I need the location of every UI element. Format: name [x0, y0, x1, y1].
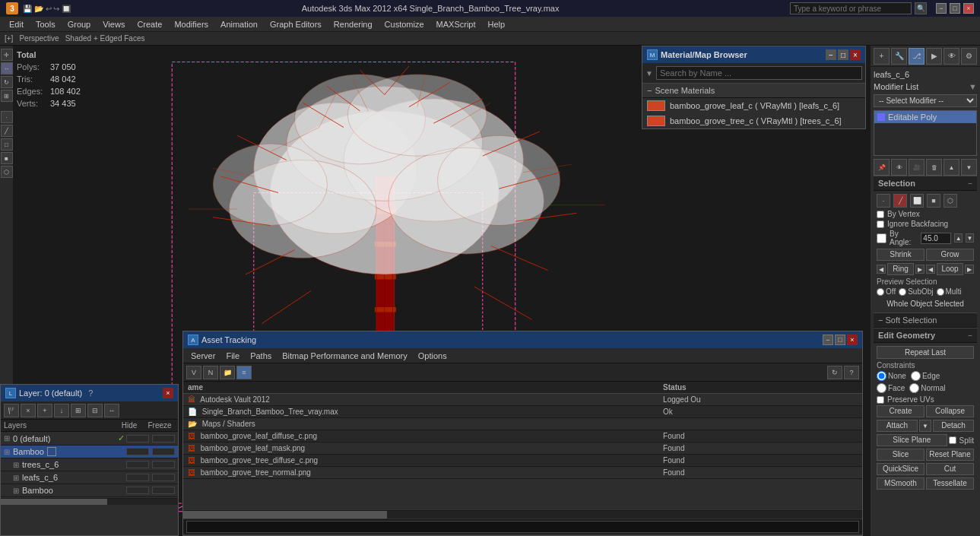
edge-subobj-btn[interactable]: ╱	[1, 125, 13, 137]
lp-question-btn[interactable]: ?	[88, 389, 93, 398]
quickslice-btn[interactable]: QuickSlice	[877, 463, 924, 475]
at-table[interactable]: ame Status 🏛 Autodesk Vault 2012 Logged …	[183, 382, 862, 509]
shrink-btn[interactable]: Shrink	[877, 249, 924, 261]
nav-label[interactable]: [+]	[5, 34, 13, 43]
modifier-dropdown[interactable]: -- Select Modifier --	[874, 94, 977, 107]
ring-prev-btn[interactable]: ◀	[877, 265, 886, 274]
maximize-button[interactable]: □	[950, 3, 960, 14]
at-tool-vault[interactable]: V	[186, 366, 201, 379]
lp-tool-6[interactable]: ↔	[104, 404, 119, 417]
lp-sb-thumb[interactable]	[1, 499, 107, 505]
rp-modify-btn[interactable]: 🔧	[891, 48, 907, 65]
material-item-1[interactable]: bamboo_grove_tree_c ( VRayMtl ) [trees_c…	[642, 113, 865, 128]
msmooth-btn[interactable]: MSmooth	[877, 477, 924, 490]
at-search-input[interactable]	[186, 521, 859, 533]
by-angle-checkbox[interactable]	[877, 233, 886, 243]
menu-item-customize[interactable]: Customize	[379, 17, 430, 32]
menu-item-group[interactable]: Group	[62, 17, 97, 32]
border-btn[interactable]: ⬜	[910, 194, 924, 208]
angle-down-btn[interactable]: ▼	[966, 233, 974, 243]
move-tool-btn[interactable]: ↔	[1, 62, 13, 75]
loop-btn[interactable]: Loop	[937, 263, 963, 275]
rp-create-btn[interactable]: +	[874, 48, 890, 65]
ignore-backfacing-checkbox[interactable]	[877, 220, 884, 228]
menu-item-help[interactable]: Help	[482, 17, 512, 32]
lp-tool-add[interactable]: +	[37, 404, 52, 417]
mod-stack-btn[interactable]: 👁	[891, 159, 907, 176]
by-vertex-checkbox[interactable]	[877, 211, 884, 218]
at-menu-bitmap[interactable]: Bitmap Performance and Memory	[278, 348, 411, 363]
vertex-btn[interactable]: ·	[877, 194, 890, 208]
mode-label[interactable]: Shaded + Edged Faces	[65, 34, 145, 43]
layer-hide-3[interactable]	[126, 474, 149, 481]
at-row-4[interactable]: 🖼 bamboo_grove_leaf_mask.png Found	[183, 442, 862, 455]
at-tool-new[interactable]: N	[203, 366, 218, 379]
layer-item-3[interactable]: ⊞ leafs_c_6	[1, 471, 178, 484]
lp-tool-2[interactable]: ×	[21, 404, 36, 417]
face-constraint-radio[interactable]	[877, 383, 886, 393]
at-scrollbar-thumb[interactable]	[183, 511, 387, 519]
layer-item-0[interactable]: ⊞ 0 (default) ✓	[1, 432, 178, 446]
reset-plane-btn[interactable]: Reset Plane	[926, 449, 974, 461]
mat-minimize-btn[interactable]: −	[826, 49, 836, 60]
tessellate-btn[interactable]: Tessellate	[926, 477, 974, 490]
minimize-button[interactable]: −	[936, 3, 947, 14]
search-input[interactable]	[790, 2, 912, 14]
edit-geometry-header[interactable]: Edit Geometry −	[874, 328, 977, 343]
split-checkbox[interactable]	[949, 436, 956, 444]
element-btn[interactable]: ⬡	[944, 194, 957, 208]
menu-item-modifiers[interactable]: Modifiers	[168, 17, 214, 32]
mat-close-btn[interactable]: ×	[850, 49, 861, 60]
loop-next-btn[interactable]: ▶	[965, 265, 974, 274]
rp-hierarchy-btn[interactable]: ⎇	[909, 48, 924, 65]
editable-poly-item[interactable]: Editable Poly	[874, 111, 976, 123]
at-row-1[interactable]: 📄 Single_Branch_Bamboo_Tree_vray.max Ok	[183, 406, 862, 418]
mod-move-down-btn[interactable]: ▼	[961, 159, 977, 176]
at-tool-refresh[interactable]: ↻	[827, 366, 842, 379]
selection-section-header[interactable]: Selection −	[874, 176, 977, 191]
layer-item-1[interactable]: ⊞ Bamboo	[1, 446, 178, 458]
soft-selection-header[interactable]: − Soft Selection	[874, 312, 977, 328]
grow-btn[interactable]: Grow	[926, 249, 974, 261]
at-tool-open[interactable]: 📁	[220, 366, 235, 379]
at-tool-help[interactable]: ?	[844, 366, 859, 379]
layer-hide-0[interactable]	[126, 435, 149, 442]
rotate-tool-btn[interactable]: ↻	[1, 76, 13, 88]
poly-btn[interactable]: ■	[927, 194, 940, 208]
menu-item-graph-editors[interactable]: Graph Editors	[264, 17, 328, 32]
loop-prev-btn[interactable]: ◀	[926, 265, 935, 274]
selection-collapse[interactable]: −	[968, 179, 972, 188]
cut-btn[interactable]: Cut	[926, 463, 974, 475]
menu-item-views[interactable]: Views	[97, 17, 131, 32]
menu-item-animation[interactable]: Animation	[214, 17, 264, 32]
layer-freeze-4[interactable]	[152, 487, 175, 494]
layer-freeze-3[interactable]	[152, 474, 175, 481]
angle-up-btn[interactable]: ▲	[954, 233, 963, 243]
preserve-uvs-checkbox[interactable]	[877, 396, 884, 404]
element-subobj-btn[interactable]: ⬡	[1, 166, 13, 178]
menu-item-maxscript[interactable]: MAXScript	[430, 17, 482, 32]
layer-item-2[interactable]: ⊞ trees_c_6	[1, 458, 178, 471]
at-row-0[interactable]: 🏛 Autodesk Vault 2012 Logged Ou	[183, 394, 862, 406]
angle-input[interactable]	[921, 233, 951, 244]
rp-motion-btn[interactable]: ▶	[926, 48, 942, 65]
mat-maximize-btn[interactable]: □	[838, 49, 848, 60]
at-menu-options[interactable]: Options	[414, 348, 452, 363]
at-menu-paths[interactable]: Paths	[246, 348, 276, 363]
rp-utilities-btn[interactable]: ⚙	[961, 48, 977, 65]
material-item-0[interactable]: bamboo_grove_leaf_c ( VRayMtl ) [leafs_c…	[642, 98, 865, 113]
create-btn[interactable]: Create	[877, 405, 924, 417]
search-button[interactable]: 🔍	[915, 2, 927, 14]
layer-freeze-2[interactable]	[152, 461, 175, 468]
border-subobj-btn[interactable]: □	[1, 138, 13, 151]
edit-geo-collapse[interactable]: −	[968, 331, 972, 340]
at-scrollbar[interactable]	[183, 509, 862, 519]
slice-btn[interactable]: Slice	[877, 449, 924, 461]
mod-move-up-btn[interactable]: ▲	[944, 159, 959, 176]
attach-btn[interactable]: Attach	[877, 420, 918, 432]
mod-render-btn[interactable]: 🎥	[909, 159, 924, 176]
at-row-5[interactable]: 🖼 bamboo_grove_tree_diffuse_c.png Found	[183, 455, 862, 467]
scene-mat-expand[interactable]: −	[647, 86, 652, 95]
at-minimize-btn[interactable]: −	[823, 335, 833, 345]
repeat-last-btn[interactable]: Repeat Last	[877, 346, 974, 359]
